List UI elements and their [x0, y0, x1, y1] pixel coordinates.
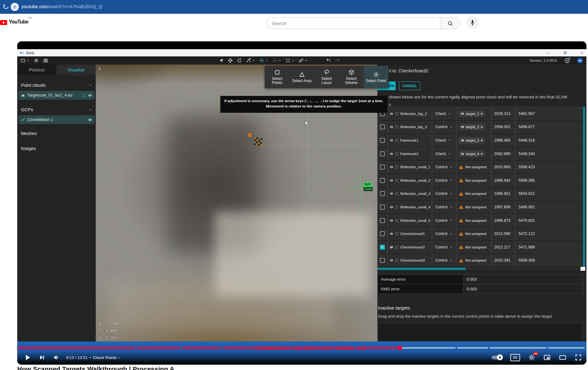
orbit-tool[interactable] — [237, 58, 242, 63]
focus-icon[interactable] — [395, 179, 399, 182]
progress-segment-unplayed[interactable] — [400, 347, 456, 349]
section-images[interactable]: Images — [21, 146, 36, 151]
cancel-button[interactable]: CANCEL — [399, 81, 420, 90]
minimize-icon[interactable] — [546, 51, 550, 55]
collapse-sidebar-icon[interactable] — [98, 66, 102, 71]
inactive-targets-dropzone[interactable] — [378, 323, 583, 341]
focus-icon[interactable] — [395, 138, 399, 142]
type-dropdown[interactable]: Check — [432, 134, 457, 147]
eye-icon[interactable] — [390, 125, 393, 129]
youtube-logo-icon[interactable] — [0, 20, 7, 25]
type-dropdown[interactable]: Check — [432, 107, 457, 120]
type-dropdown[interactable]: Control — [432, 241, 457, 254]
row-checkbox[interactable] — [380, 164, 385, 169]
select-lasso-tool[interactable]: Select Lasso — [314, 66, 339, 88]
video-title[interactable]: How Scanned Targets Walkthrough | Proces… — [17, 365, 174, 370]
focus-icon[interactable] — [395, 205, 399, 209]
type-dropdown[interactable]: Control — [432, 254, 457, 267]
avatar[interactable]: HH — [577, 58, 583, 63]
measure-tool[interactable] — [299, 58, 308, 63]
focus-icon[interactable] — [395, 245, 399, 249]
site-info-button[interactable] — [11, 3, 19, 11]
progress-segment-played[interactable] — [182, 347, 222, 349]
focus-icon[interactable] — [395, 232, 399, 236]
select-target-tool[interactable] — [259, 58, 268, 63]
grid-display-tool[interactable] — [272, 58, 281, 63]
close-icon[interactable] — [580, 51, 584, 55]
play-button[interactable] — [23, 353, 32, 362]
progress-segment-played[interactable] — [356, 347, 400, 349]
eye-icon[interactable] — [88, 118, 92, 122]
eye-icon[interactable] — [88, 93, 92, 97]
progress-segment-played[interactable] — [17, 347, 135, 349]
section-point-clouds[interactable]: Point clouds — [21, 83, 46, 88]
tab-process[interactable]: Process — [17, 65, 56, 75]
volume-icon[interactable] — [53, 354, 60, 361]
undo-tool[interactable] — [326, 58, 331, 63]
focus-icon[interactable] — [395, 125, 399, 129]
assigned-target-chip[interactable]: target_2× — [459, 124, 485, 130]
focus-icon[interactable] — [395, 165, 399, 169]
chevron-up-icon[interactable] — [89, 84, 92, 87]
video-player[interactable]: Aura Version: — [17, 41, 586, 365]
tab-visualize[interactable]: Visualize — [56, 65, 96, 75]
select-area-tool[interactable]: Select Area — [289, 66, 314, 88]
row-checkbox[interactable] — [380, 218, 385, 223]
box-select-tool[interactable] — [285, 58, 294, 63]
progress-scrubber[interactable] — [398, 346, 402, 350]
remove-target-icon[interactable]: × — [481, 112, 483, 116]
eye-icon[interactable] — [390, 192, 393, 195]
vertical-scrollbar[interactable] — [583, 107, 585, 267]
focus-icon[interactable] — [395, 258, 399, 262]
type-dropdown[interactable]: Control — [432, 121, 457, 134]
pointcloud-item[interactable]: Targetscan_01_laz1_4.laz — [18, 91, 95, 100]
progress-segment-unplayed[interactable] — [548, 347, 585, 349]
navigate-tool[interactable] — [219, 58, 224, 63]
assigned-target-chip[interactable]: target_1× — [459, 111, 485, 117]
chevron-up-icon[interactable] — [89, 108, 92, 111]
focus-icon[interactable] — [395, 152, 399, 156]
select-volume-tool[interactable]: Select Volume — [339, 66, 364, 88]
youtube-wordmark[interactable]: YouTube — [9, 19, 28, 25]
focus-icon[interactable] — [395, 112, 399, 116]
assigned-target-chip[interactable]: target_3× — [459, 137, 485, 143]
search-input[interactable] — [266, 17, 441, 29]
row-checkbox[interactable] — [380, 231, 385, 236]
eye-icon[interactable] — [390, 179, 393, 182]
voice-search-button[interactable] — [466, 16, 479, 29]
help-button[interactable]: ? — [565, 58, 570, 63]
theater-mode-button[interactable] — [559, 354, 566, 361]
row-checkbox[interactable] — [380, 138, 385, 143]
pan-tool[interactable] — [228, 58, 233, 63]
restore-icon[interactable] — [563, 51, 567, 55]
gcp-item[interactable]: Constellation 1 — [18, 115, 95, 124]
row-checkbox[interactable] — [380, 124, 385, 129]
row-checkbox[interactable]: ✓ — [380, 245, 385, 250]
row-checkbox[interactable] — [380, 178, 385, 183]
alignment-graph-tool[interactable] — [246, 58, 255, 63]
eye-icon[interactable] — [390, 152, 393, 156]
select-point-tool[interactable]: Select Point — [364, 66, 388, 88]
focus-icon[interactable] — [395, 192, 399, 195]
eye-icon[interactable] — [390, 112, 393, 116]
type-dropdown[interactable]: Control — [432, 214, 457, 227]
type-dropdown[interactable]: Control — [432, 227, 457, 240]
url-text[interactable]: youtube.com/watch?v=A7KaBJRnQ_Q — [21, 4, 102, 9]
eye-off-icon[interactable] — [390, 245, 393, 249]
row-checkbox[interactable] — [380, 191, 385, 196]
next-button[interactable] — [38, 354, 45, 361]
open-project-button[interactable] — [20, 58, 29, 63]
fullscreen-button[interactable] — [575, 354, 582, 361]
eye-icon[interactable] — [390, 138, 393, 142]
row-checkbox[interactable] — [380, 151, 385, 156]
eye-icon[interactable] — [390, 205, 393, 209]
remove-target-icon[interactable]: × — [481, 125, 483, 129]
row-checkbox[interactable] — [380, 258, 385, 263]
progress-segment-unplayed[interactable] — [457, 347, 488, 349]
row-checkbox[interactable] — [380, 205, 385, 210]
type-dropdown[interactable]: Control — [432, 201, 457, 214]
type-dropdown[interactable]: Check — [432, 147, 457, 160]
eye-icon[interactable] — [390, 232, 393, 236]
horizontal-scrollbar-thumb[interactable] — [377, 268, 466, 270]
eye-icon[interactable] — [390, 165, 393, 169]
